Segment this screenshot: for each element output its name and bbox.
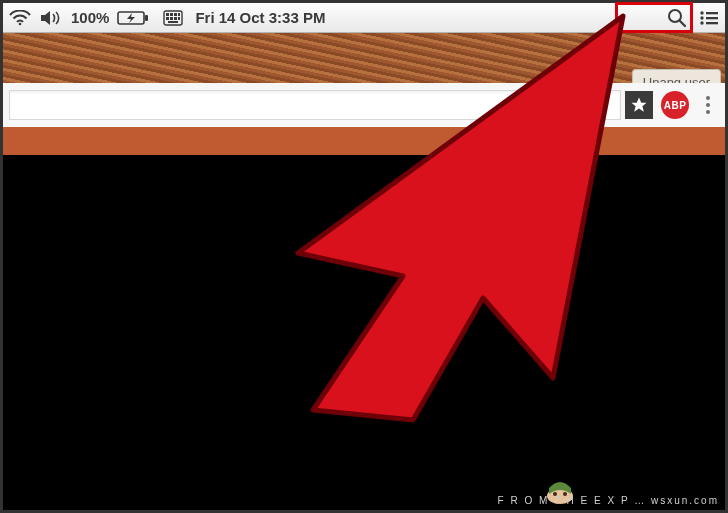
svg-rect-5 [170, 13, 173, 16]
menubar-center-cluster: Fri 14 Oct 3:33 PM [163, 9, 325, 26]
svg-rect-11 [178, 17, 180, 20]
wifi-icon[interactable] [9, 10, 31, 26]
menubar-datetime[interactable]: Fri 14 Oct 3:33 PM [195, 9, 325, 26]
sidebar-menu-icon[interactable] [699, 10, 719, 26]
svg-rect-9 [170, 17, 173, 20]
svg-point-15 [700, 11, 703, 14]
svg-rect-8 [166, 17, 169, 20]
svg-rect-20 [706, 22, 718, 24]
screenshot-root: 100% Fri 14 Oct 3:3 [0, 0, 728, 513]
search-icon[interactable] [667, 8, 687, 28]
svg-rect-12 [168, 21, 178, 23]
svg-point-0 [19, 22, 22, 25]
svg-rect-10 [174, 17, 177, 20]
adblock-plus-label: ABP [664, 100, 687, 111]
charging-icon[interactable] [117, 10, 149, 26]
svg-point-17 [700, 16, 703, 19]
chrome-menu-icon[interactable] [697, 91, 719, 119]
mac-menubar: 100% Fri 14 Oct 3:3 [3, 3, 725, 33]
svg-point-13 [669, 10, 681, 22]
svg-rect-6 [174, 13, 177, 16]
svg-rect-2 [145, 15, 148, 21]
svg-rect-7 [178, 13, 180, 16]
input-source-icon[interactable] [163, 10, 183, 26]
browser-toolbar: ABP [3, 83, 725, 127]
adblock-plus-badge[interactable]: ABP [661, 91, 689, 119]
svg-rect-4 [166, 13, 169, 16]
watermark-text: F R O M T H E E X P … wsxun.com [498, 495, 719, 506]
bookmark-star-icon[interactable] [625, 91, 653, 119]
menubar-left-cluster: 100% [9, 9, 149, 26]
battery-percent: 100% [71, 9, 109, 26]
svg-rect-16 [706, 12, 718, 14]
svg-rect-18 [706, 17, 718, 19]
menubar-right-cluster [667, 8, 719, 28]
svg-line-14 [680, 21, 685, 26]
page-header-strip [3, 127, 725, 155]
volume-icon[interactable] [39, 10, 63, 26]
svg-point-19 [700, 21, 703, 24]
address-bar[interactable] [9, 90, 621, 120]
